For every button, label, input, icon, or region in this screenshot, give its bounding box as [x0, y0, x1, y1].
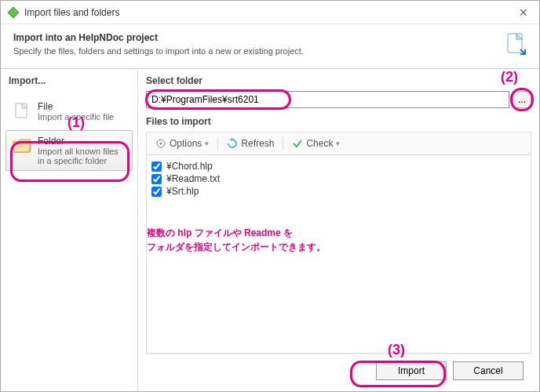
- right-panel: Select folder ... Files to import Option…: [138, 69, 539, 391]
- import-type-panel: Import... File Import a specific file Fo: [1, 69, 138, 391]
- svg-point-4: [160, 143, 162, 145]
- svg-rect-2: [16, 103, 27, 118]
- file-checkbox[interactable]: [151, 174, 162, 184]
- choice-file-title: File: [38, 101, 114, 112]
- titlebar: Import files and folders ✕: [1, 1, 539, 24]
- list-item[interactable]: ¥Srt.hlp: [151, 185, 526, 198]
- choice-folder-desc: Import all known files in a specific fol…: [38, 147, 127, 165]
- svg-marker-0: [8, 7, 19, 18]
- folder-path-input[interactable]: [146, 91, 509, 108]
- refresh-button[interactable]: Refresh: [221, 136, 279, 151]
- files-toolbar: Options ▾ Refresh Check ▾: [146, 132, 531, 154]
- import-panel-title: Import...: [5, 75, 133, 89]
- options-label: Options: [170, 138, 202, 149]
- refresh-icon: [227, 138, 238, 149]
- folder-icon: [11, 136, 33, 156]
- file-name: ¥Srt.hlp: [166, 186, 199, 197]
- browse-button[interactable]: ...: [513, 91, 531, 108]
- file-checkbox[interactable]: [151, 187, 162, 197]
- choice-folder[interactable]: Folder Import all known files in a speci…: [5, 130, 133, 171]
- annotation-text: 複数の hlp ファイルや Readme を フォルダを指定してインポートできま…: [147, 226, 531, 254]
- divider: [283, 137, 283, 150]
- files-to-import-label: Files to import: [146, 116, 531, 127]
- check-icon: [292, 138, 303, 149]
- divider: [217, 137, 218, 150]
- check-button[interactable]: Check ▾: [286, 136, 345, 151]
- file-name: ¥Chord.hlp: [166, 161, 213, 172]
- dialog-window: Import files and folders ✕ Import into a…: [0, 0, 540, 392]
- file-icon: [11, 101, 33, 122]
- close-button[interactable]: ✕: [514, 6, 533, 19]
- list-item[interactable]: ¥Readme.txt: [151, 172, 526, 185]
- choice-file-desc: Import a specific file: [38, 112, 114, 122]
- cancel-button[interactable]: Cancel: [453, 361, 524, 380]
- file-list: ¥Chord.hlp ¥Readme.txt ¥Srt.hlp 複数の hlp …: [146, 154, 531, 354]
- path-row: ...: [146, 91, 531, 108]
- file-name: ¥Readme.txt: [166, 173, 220, 184]
- choice-folder-title: Folder: [38, 136, 127, 147]
- gear-icon: [155, 138, 166, 149]
- header-title: Import into an HelpNDoc project: [13, 32, 498, 43]
- check-label: Check: [306, 138, 333, 149]
- select-folder-label: Select folder: [146, 75, 531, 86]
- choice-file[interactable]: File Import a specific file: [5, 96, 133, 127]
- list-item[interactable]: ¥Chord.hlp: [151, 160, 526, 172]
- refresh-label: Refresh: [241, 138, 274, 149]
- header-subtitle: Specify the files, folders and settings …: [13, 46, 498, 56]
- main-area: Import... File Import a specific file Fo: [1, 69, 539, 391]
- import-doc-icon: [505, 32, 527, 57]
- app-icon: [7, 6, 20, 19]
- chevron-down-icon: ▾: [205, 140, 209, 147]
- import-button[interactable]: Import: [376, 361, 447, 380]
- footer: Import Cancel: [146, 354, 531, 387]
- window-title: Import files and folders: [24, 7, 514, 18]
- file-checkbox[interactable]: [151, 162, 162, 172]
- chevron-down-icon: ▾: [336, 140, 340, 147]
- options-button[interactable]: Options ▾: [150, 136, 214, 151]
- header: Import into an HelpNDoc project Specify …: [1, 24, 539, 69]
